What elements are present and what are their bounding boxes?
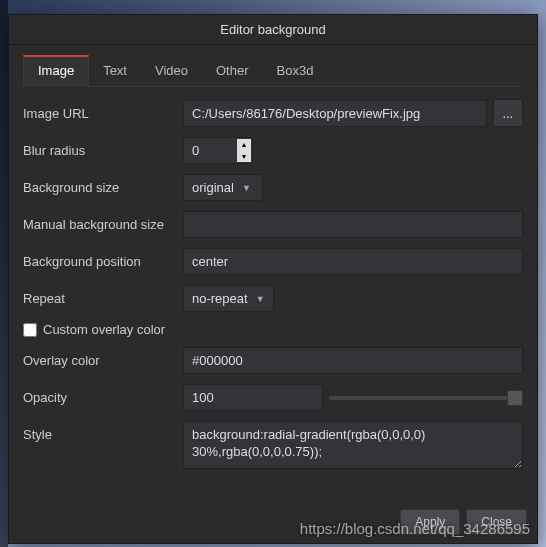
blur-radius-label: Blur radius bbox=[23, 143, 183, 158]
tab-other[interactable]: Other bbox=[202, 55, 263, 86]
editor-background-dialog: Editor background Image Text Video Other… bbox=[8, 14, 538, 544]
spinner-down-icon[interactable]: ▼ bbox=[237, 151, 251, 163]
apply-button[interactable]: Apply bbox=[400, 509, 460, 535]
chevron-down-icon: ▼ bbox=[242, 183, 251, 193]
custom-overlay-label: Custom overlay color bbox=[43, 322, 165, 337]
repeat-select[interactable]: no-repeat ▼ bbox=[183, 285, 274, 312]
opacity-slider[interactable] bbox=[329, 396, 523, 400]
tab-bar: Image Text Video Other Box3d bbox=[23, 55, 523, 87]
tab-text[interactable]: Text bbox=[89, 55, 141, 86]
background-size-select[interactable]: original ▼ bbox=[183, 174, 263, 201]
blur-radius-spinner[interactable]: ▲ ▼ bbox=[183, 137, 253, 164]
opacity-input[interactable] bbox=[183, 384, 323, 411]
tab-box3d[interactable]: Box3d bbox=[263, 55, 328, 86]
repeat-value: no-repeat bbox=[192, 291, 248, 306]
spinner-up-icon[interactable]: ▲ bbox=[237, 139, 251, 151]
image-url-input[interactable] bbox=[183, 100, 487, 127]
opacity-slider-handle[interactable] bbox=[507, 390, 523, 406]
tab-image[interactable]: Image bbox=[23, 55, 89, 87]
editor-gutter bbox=[0, 0, 8, 547]
style-textarea[interactable] bbox=[183, 421, 523, 469]
background-position-label: Background position bbox=[23, 254, 183, 269]
style-label: Style bbox=[23, 421, 183, 442]
manual-bg-size-label: Manual background size bbox=[23, 217, 183, 232]
custom-overlay-checkbox[interactable] bbox=[23, 323, 37, 337]
overlay-color-label: Overlay color bbox=[23, 353, 183, 368]
background-size-value: original bbox=[192, 180, 234, 195]
overlay-color-input[interactable] bbox=[183, 347, 523, 374]
tab-video[interactable]: Video bbox=[141, 55, 202, 86]
dialog-body: Image Text Video Other Box3d Image URL .… bbox=[9, 45, 537, 469]
manual-bg-size-input[interactable] bbox=[183, 211, 523, 238]
image-url-label: Image URL bbox=[23, 106, 183, 121]
dialog-titlebar: Editor background bbox=[9, 15, 537, 45]
repeat-label: Repeat bbox=[23, 291, 183, 306]
chevron-down-icon: ▼ bbox=[256, 294, 265, 304]
browse-button[interactable]: ... bbox=[493, 99, 523, 127]
background-position-input[interactable] bbox=[183, 248, 523, 275]
dialog-title: Editor background bbox=[220, 22, 326, 37]
dialog-footer: Apply Close bbox=[400, 509, 527, 535]
background-size-label: Background size bbox=[23, 180, 183, 195]
spinner-arrows[interactable]: ▲ ▼ bbox=[237, 139, 251, 162]
close-button[interactable]: Close bbox=[466, 509, 527, 535]
opacity-label: Opacity bbox=[23, 390, 183, 405]
